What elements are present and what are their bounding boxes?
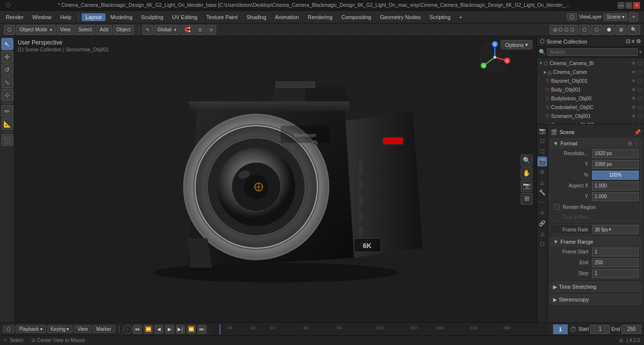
outliner-search-input[interactable] — [547, 48, 638, 56]
prop-tab-render[interactable]: 📷 — [537, 126, 547, 136]
frame-ruler[interactable]: -30 -10 10 30 60 120 150 180 210 240 — [212, 324, 547, 334]
menu-uv-editing[interactable]: UV Editing — [168, 13, 201, 21]
workspace-icon[interactable]: ⬡ — [567, 13, 577, 21]
object-menu[interactable]: Object — [113, 25, 134, 35]
move-tool[interactable]: ✛ — [1, 51, 13, 63]
menu-plus[interactable]: + — [455, 13, 466, 21]
format-section-header[interactable]: ▼ Format ☰ ⋮ — [550, 138, 642, 148]
prop-tab-object[interactable]: △ — [537, 177, 547, 187]
menu-render[interactable]: Render — [2, 13, 27, 21]
menu-rendering[interactable]: Rendering — [304, 13, 336, 21]
frame-range-header[interactable]: ▼ Frame Range — [550, 237, 642, 247]
search-options-icon[interactable]: ▾ — [639, 49, 642, 55]
menu-texture-paint[interactable]: Texture Paint — [202, 13, 242, 21]
prop-tab-output[interactable]: ⬡ — [537, 136, 547, 146]
menu-modeling[interactable]: Modeling — [107, 13, 136, 21]
grid-view-btn[interactable]: ⊞ — [521, 193, 533, 205]
proportional-edit[interactable]: ⊙ — [195, 25, 205, 35]
frame-end-value[interactable]: 250 — [592, 258, 639, 267]
transform-tool[interactable]: ⊹ — [1, 89, 13, 101]
cursor-mode-btn[interactable]: ↖ — [142, 25, 153, 35]
cursor-tool[interactable]: ↖ — [1, 38, 13, 50]
prop-tab-scene[interactable]: 🎬 — [537, 157, 547, 166]
tree-item-cinema-camer[interactable]: ▶ △ Cinema_Camer 👁⬡ — [537, 68, 644, 76]
scene-options-btn[interactable]: + — [629, 13, 638, 22]
menu-layout[interactable]: Layout — [82, 13, 106, 21]
menu-help[interactable]: Help — [56, 13, 75, 21]
close-button[interactable]: ✕ — [633, 2, 640, 9]
annotate-tool[interactable]: ✏ — [1, 105, 13, 117]
aspect-y-value[interactable]: 1.000 — [592, 192, 639, 201]
rotate-tool[interactable]: ↺ — [1, 64, 13, 75]
sync-indicator[interactable]: ○ — [123, 325, 132, 334]
scale-tool[interactable]: ⤡ — [1, 76, 13, 88]
select-menu[interactable]: Select — [75, 25, 95, 35]
keying-menu[interactable]: Keying ▾ — [47, 325, 73, 333]
playback-menu[interactable]: ⬡ — [3, 325, 14, 333]
prop-tab-constraints[interactable]: 🔗 — [537, 218, 547, 228]
prev-keyframe-btn[interactable]: ⏪ — [144, 325, 153, 334]
tree-item-bayonet[interactable]: ▽ Bayonet_Obj001 👁⬡ — [537, 76, 644, 85]
minimize-button[interactable]: — — [618, 2, 624, 9]
scene-selector[interactable]: Scene ▾ — [604, 13, 627, 21]
outliner-settings-icon[interactable]: ⚙ — [636, 38, 641, 45]
viewport-shading-group[interactable]: ◎ ⬡ ⬡ ⬡ — [550, 25, 578, 35]
end-frame-field[interactable]: 250 — [622, 325, 641, 334]
menu-animation[interactable]: Animation — [271, 13, 303, 21]
mode-selector[interactable]: Object Mode — [16, 25, 56, 35]
add-cube-tool[interactable]: ⬛ — [1, 134, 13, 146]
resolution-y-value[interactable]: 1080 px — [592, 160, 639, 169]
measure-tool[interactable]: 📐 — [1, 118, 13, 130]
outliner-filter-icon[interactable]: ⊡ — [626, 38, 630, 45]
resolution-pct-value[interactable]: 100% — [592, 171, 639, 180]
step-back-btn[interactable]: ◀ — [155, 325, 163, 334]
menu-scripting[interactable]: Scripting — [425, 13, 454, 21]
frame-rate-value[interactable]: 30 fps — [592, 225, 639, 234]
search-btn[interactable]: 🔍 — [627, 25, 640, 35]
view-menu[interactable]: View — [57, 25, 74, 35]
hand-tool-btn[interactable]: ✋ — [521, 167, 533, 179]
play-btn[interactable]: ▶ — [165, 325, 174, 334]
aspect-x-value[interactable]: 1.000 — [592, 182, 639, 190]
prop-tab-view-layer[interactable]: ⬡ — [537, 146, 547, 156]
menu-sculpting[interactable]: Sculpting — [137, 13, 167, 21]
frame-start-value[interactable]: 1 — [592, 248, 639, 256]
gizmo-btn[interactable]: ⊞ — [616, 25, 626, 35]
maximize-button[interactable]: □ — [625, 2, 632, 9]
tree-item-screnarm[interactable]: ▽ Screnarm_Obj001 👁⬡ — [537, 112, 644, 120]
tree-item-bodybotom[interactable]: ▽ Bodybotom_Obj00 👁⬡ — [537, 94, 644, 103]
resolution-x-value[interactable]: 1920 px — [592, 149, 639, 158]
prop-tab-particles[interactable]: ⋯ — [537, 198, 547, 207]
camera-view-btn[interactable]: 📷 — [521, 180, 533, 192]
start-frame-field[interactable]: 1 — [590, 325, 610, 334]
time-stretching-header[interactable]: ▶ Time Stretching — [550, 282, 642, 292]
menu-shading[interactable]: Shading — [243, 13, 270, 21]
menu-geometry-nodes[interactable]: Geometry Nodes — [376, 13, 424, 21]
timeline-view-menu[interactable]: View — [74, 325, 91, 333]
tree-item-controlwhel[interactable]: ▽ Controlwhel_Obj0C 👁⬡ — [537, 103, 644, 112]
prop-tab-data[interactable]: △ — [537, 229, 547, 238]
editor-type-btn[interactable]: ⬡ — [4, 25, 15, 35]
next-keyframe-btn[interactable]: ⏩ — [187, 325, 196, 334]
xray-btn[interactable]: ⬡ — [591, 25, 602, 35]
jump-start-btn[interactable]: ⏮ — [133, 325, 142, 334]
transform-space[interactable]: Global — [154, 25, 180, 35]
marker-menu[interactable]: Marker — [93, 325, 115, 333]
playback-label-btn[interactable]: Playback ▾ — [16, 325, 46, 333]
viewport-shading-solid[interactable]: ⬢ — [603, 25, 615, 35]
proportional-options[interactable]: ⌾ — [206, 25, 216, 35]
step-forward-btn[interactable]: ▶| — [176, 325, 185, 334]
frame-step-value[interactable]: 1 — [592, 269, 639, 278]
current-frame-display[interactable]: 1 — [553, 324, 568, 334]
outliner-view-icon[interactable]: ≡ — [632, 38, 635, 45]
snap-magnet[interactable]: 🧲 — [181, 25, 194, 35]
viewport-3d[interactable]: 6K Blackmagic Use — [15, 36, 536, 322]
viewport-axes[interactable]: Z X Y — [478, 40, 512, 74]
menu-compositing[interactable]: Compositing — [337, 13, 375, 21]
stereoscopy-header[interactable]: ▶ Stereoscopy — [550, 295, 642, 304]
prop-tab-material[interactable]: ⬡ — [537, 239, 547, 249]
overlay-btn[interactable]: ⬡ — [579, 25, 590, 35]
tree-item-body[interactable]: ▽ Body_Obj001 👁⬡ — [537, 85, 644, 94]
prop-tab-world[interactable]: ⊙ — [537, 167, 547, 177]
format-list-icon[interactable]: ☰ — [628, 141, 632, 146]
